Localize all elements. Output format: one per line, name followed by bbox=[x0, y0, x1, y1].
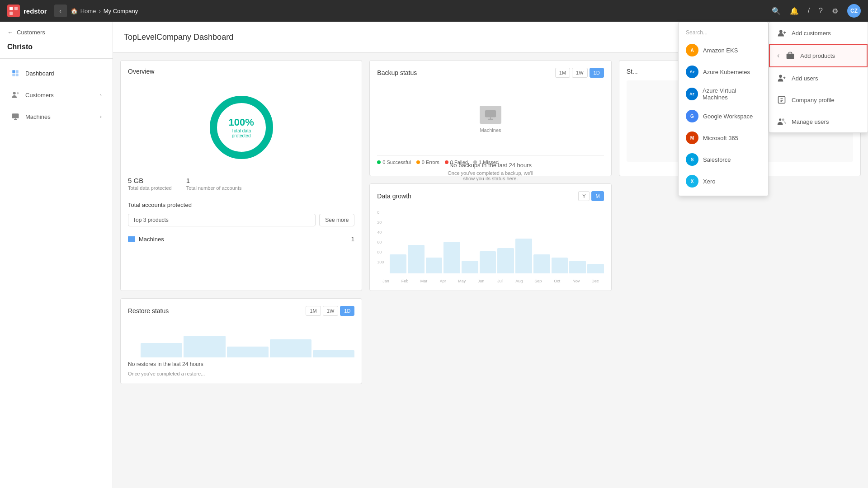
notifications-button[interactable]: 🔔 bbox=[790, 7, 799, 15]
edit-button[interactable]: / bbox=[808, 7, 810, 15]
backup-tab-1m[interactable]: 1M bbox=[555, 68, 570, 78]
google-workspace-icon: G bbox=[686, 110, 698, 122]
stat-data: 5 GB Total data protected bbox=[128, 177, 172, 191]
google-workspace-label: Google Workspace bbox=[703, 113, 753, 120]
legend-successful-label: 0 Successful bbox=[382, 160, 410, 165]
top-navigation: redstor ‹ 🏠 Home › My Company 🔍 🔔 / ? ⚙ … bbox=[0, 0, 868, 22]
product-azure-vms[interactable]: Az Azure Virtual Machines bbox=[679, 83, 768, 105]
customers-label: Customers bbox=[25, 92, 54, 99]
restore-tab-1m[interactable]: 1M bbox=[306, 306, 321, 316]
azure-vms-icon: Az bbox=[686, 88, 698, 100]
sidebar-item-customers[interactable]: Customers › bbox=[4, 85, 109, 105]
sidebar-collapse-button[interactable]: ‹ bbox=[54, 5, 67, 17]
bar-dec bbox=[587, 264, 604, 273]
product-machines-icon bbox=[128, 236, 135, 242]
chart-bars bbox=[390, 210, 604, 273]
month-dec: Dec bbox=[587, 279, 604, 283]
growth-tab-m[interactable]: M bbox=[591, 191, 604, 201]
svg-point-19 bbox=[779, 75, 782, 78]
bar-feb bbox=[408, 245, 425, 273]
bar-sep bbox=[533, 254, 550, 273]
product-salesforce[interactable]: S Salesforce bbox=[679, 149, 768, 170]
restore-no-data-sub: Once you've completed a restore... bbox=[128, 371, 354, 376]
dropdown-add-customers[interactable]: Add customers bbox=[769, 22, 868, 44]
svg-rect-2 bbox=[9, 12, 13, 15]
home-icon: 🏠 bbox=[71, 8, 78, 14]
page-title: TopLevelCompany Dashboard bbox=[124, 33, 233, 42]
donut-sub: Total data protected bbox=[223, 128, 259, 138]
legend-dot-green bbox=[377, 160, 381, 164]
product-azure-kubernetes[interactable]: Az Azure Kubernetes bbox=[679, 61, 768, 83]
product-google-workspace[interactable]: G Google Workspace bbox=[679, 105, 768, 127]
product-name: Machines bbox=[128, 236, 164, 243]
backup-tab-1d[interactable]: 1D bbox=[590, 68, 604, 78]
sidebar-item-dashboard[interactable]: Dashboard bbox=[4, 63, 109, 83]
legend-errors-label: 0 Errors bbox=[422, 160, 439, 165]
dropdown-add-products[interactable]: ‹ Add products bbox=[769, 44, 868, 67]
azure-kubernetes-label: Azure Kubernetes bbox=[703, 69, 750, 75]
search-button[interactable]: 🔍 bbox=[772, 7, 781, 15]
logo-text: redstor bbox=[24, 7, 47, 15]
filter-row: Top 3 products See more bbox=[128, 214, 354, 226]
breadcrumb-current: My Company bbox=[104, 8, 138, 14]
product-amazon-eks[interactable]: A Amazon EKS bbox=[679, 39, 768, 61]
app-logo[interactable]: redstor bbox=[7, 5, 47, 17]
donut-label: 100% Total data protected bbox=[223, 117, 259, 138]
microsoft-365-label: Microsoft 365 bbox=[703, 135, 738, 141]
svg-rect-5 bbox=[12, 74, 15, 76]
growth-time-tabs: Y M bbox=[578, 191, 604, 201]
restore-title: Restore status bbox=[128, 307, 169, 314]
donut-percent: 100% bbox=[223, 117, 259, 128]
growth-chart-area: 100806040200 bbox=[377, 210, 604, 273]
overview-card-body: 100% Total data protected 5 GB Total dat… bbox=[121, 80, 362, 253]
add-users-label: Add users bbox=[792, 75, 818, 82]
restore-tab-1w[interactable]: 1W bbox=[323, 306, 339, 316]
backup-card-header: Backup status 1M 1W 1D bbox=[370, 61, 611, 83]
bar-jan bbox=[390, 254, 406, 273]
restore-card-body: No restores in the last 24 hours Once yo… bbox=[121, 321, 362, 384]
dropdown-manage-users[interactable]: Manage users bbox=[769, 111, 868, 132]
data-growth-card: Data growth Y M 100806040200 bbox=[369, 183, 611, 291]
backup-machine-label: Machines bbox=[480, 127, 501, 133]
xero-label: Xero bbox=[703, 178, 715, 185]
sidebar-item-machines[interactable]: Machines › bbox=[4, 107, 109, 127]
rbar-2 bbox=[184, 336, 225, 357]
backup-tab-1w[interactable]: 1W bbox=[572, 68, 588, 78]
machines-label: Machines bbox=[25, 113, 51, 120]
user-avatar[interactable]: CZ bbox=[847, 4, 861, 18]
see-more-button[interactable]: See more bbox=[319, 214, 354, 226]
back-chevron-icon: ‹ bbox=[777, 52, 779, 60]
products-filter-select[interactable]: Top 3 products bbox=[128, 214, 316, 226]
month-jun: Jun bbox=[472, 279, 490, 283]
breadcrumb-home[interactable]: Home bbox=[80, 8, 96, 14]
product-xero[interactable]: X Xero bbox=[679, 170, 768, 192]
svg-point-8 bbox=[17, 92, 19, 94]
svg-rect-0 bbox=[9, 7, 13, 10]
sidebar-back-button[interactable]: ← Customers bbox=[0, 22, 113, 39]
manage-users-icon bbox=[776, 116, 787, 127]
growth-tab-y[interactable]: Y bbox=[578, 191, 590, 201]
legend-dot-orange bbox=[416, 160, 420, 164]
settings-button[interactable]: ⚙ bbox=[832, 7, 838, 15]
add-products-icon bbox=[785, 50, 796, 61]
bar-apr bbox=[443, 242, 460, 273]
products-panel-header: Search... bbox=[679, 26, 768, 39]
sidebar-back-label: Customers bbox=[17, 29, 45, 36]
month-jan: Jan bbox=[377, 279, 394, 283]
restore-status-card: Restore status 1M 1W 1D No bbox=[120, 298, 362, 384]
dropdown-company-profile[interactable]: Company profile bbox=[769, 89, 868, 111]
customers-chevron: › bbox=[100, 92, 102, 98]
backup-time-tabs: 1M 1W 1D bbox=[555, 68, 604, 78]
help-button[interactable]: ? bbox=[819, 7, 823, 15]
machines-icon bbox=[11, 112, 20, 121]
stats-row: 5 GB Total data protected 1 Total number… bbox=[128, 171, 354, 196]
products-panel: Search... A Amazon EKS Az Azure Kubernet… bbox=[678, 22, 769, 196]
month-sep: Sep bbox=[529, 279, 547, 283]
dropdown-add-users[interactable]: Add users bbox=[769, 67, 868, 89]
microsoft-365-icon: M bbox=[686, 131, 698, 144]
svg-point-23 bbox=[779, 118, 781, 121]
product-microsoft-365[interactable]: M Microsoft 365 bbox=[679, 127, 768, 149]
add-customers-label: Add customers bbox=[792, 30, 831, 37]
nav-icon-group: 🔍 🔔 / ? ⚙ CZ bbox=[772, 4, 861, 18]
restore-tab-1d[interactable]: 1D bbox=[340, 306, 354, 316]
